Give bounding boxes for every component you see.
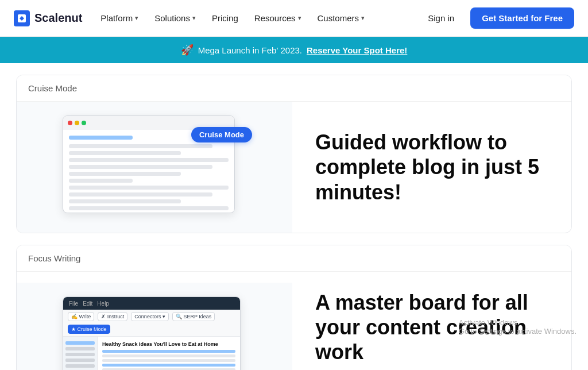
focus-writing-section: Focus Writing FileEditHelp ✍ Write ✗ Ins… [16,245,572,370]
promo-banner: 🚀 Mega Launch in Feb' 2023. Reserve Your… [0,37,588,63]
cruise-mode-section: Cruise Mode [16,75,572,233]
cruise-badge: Cruise Mode [191,127,252,142]
sign-in-button[interactable]: Sign in [419,9,463,28]
write-btn: ✍ Write [68,312,94,321]
logo-text: Scalenut [34,11,82,25]
focus-window: FileEditHelp ✍ Write ✗ Instruct Connecto… [63,296,241,370]
nav-solutions[interactable]: Solutions ▾ [148,9,203,28]
article-title: Healthy Snack Ideas You'll Love to Eat a… [102,341,235,347]
logo-icon [14,10,30,26]
banner-text: Mega Launch in Feb' 2023. [198,45,302,55]
focus-menu: FileEditHelp [69,300,109,307]
nav-pricing-label: Pricing [212,13,238,23]
maximize-dot [82,121,86,125]
cruise-mode-body: Cruise Mode Guided workflow to complete … [17,102,571,233]
focus-toolbar: ✍ Write ✗ Instruct Connectors ▾ 🔍 SERP I… [63,310,240,337]
focus-writing-body: FileEditHelp ✍ Write ✗ Instruct Connecto… [17,272,571,370]
focus-writing-label: Focus Writing [17,245,571,272]
nav-pricing[interactable]: Pricing [205,9,245,28]
nav-resources-label: Resources [254,13,296,23]
focus-sidebar [63,337,98,370]
focus-body: Healthy Snack Ideas You'll Love to Eat a… [63,337,240,370]
cruise-mode-btn: ★ Cruise Mode [68,325,110,334]
logo[interactable]: Scalenut [14,10,82,26]
nav-customers-label: Customers [318,13,359,23]
banner-link[interactable]: Reserve Your Spot Here! [307,45,407,55]
main-content: Cruise Mode [0,75,588,370]
nav-platform-label: Platform [100,13,133,23]
cruise-mode-label: Cruise Mode [17,75,571,102]
navbar: Scalenut Platform ▾ Solutions ▾ Pricing … [0,0,588,37]
customers-chevron-icon: ▾ [361,14,365,22]
resources-chevron-icon: ▾ [298,14,301,22]
focus-writing-text: A master board for all your content crea… [292,272,571,370]
nav-resources[interactable]: Resources ▾ [247,9,308,28]
banner-emoji: 🚀 [181,44,194,56]
nav-left: Scalenut Platform ▾ Solutions ▾ Pricing … [14,9,372,28]
cruise-mode-heading: Guided workflow to complete blog in just… [315,130,548,205]
get-started-button[interactable]: Get Started for Free [470,7,574,29]
cruise-mock-ui: Cruise Mode [63,115,246,219]
platform-chevron-icon: ▾ [135,14,138,22]
connectors-btn: Connectors ▾ [131,312,169,321]
minimize-dot [75,121,79,125]
close-dot [68,121,72,125]
solutions-chevron-icon: ▾ [192,14,196,22]
nav-customers[interactable]: Customers ▾ [311,9,372,28]
focus-writing-heading: A master board for all your content crea… [315,290,548,365]
nav-platform[interactable]: Platform ▾ [94,9,145,28]
focus-writing-image: FileEditHelp ✍ Write ✗ Instruct Connecto… [17,283,292,370]
nav-right: Sign in Get Started for Free [419,7,574,29]
nav-solutions-label: Solutions [154,13,190,23]
instruct-btn: ✗ Instruct [98,312,127,321]
cruise-mode-text: Guided workflow to complete blog in just… [292,111,571,223]
serp-btn: 🔍 SERP Ideas [172,312,215,321]
cruise-mode-image: Cruise Mode [17,102,292,233]
focus-mock-ui: FileEditHelp ✍ Write ✗ Instruct Connecto… [63,296,246,370]
focus-titlebar: FileEditHelp [63,297,240,310]
focus-editor: Healthy Snack Ideas You'll Love to Eat a… [98,337,240,370]
